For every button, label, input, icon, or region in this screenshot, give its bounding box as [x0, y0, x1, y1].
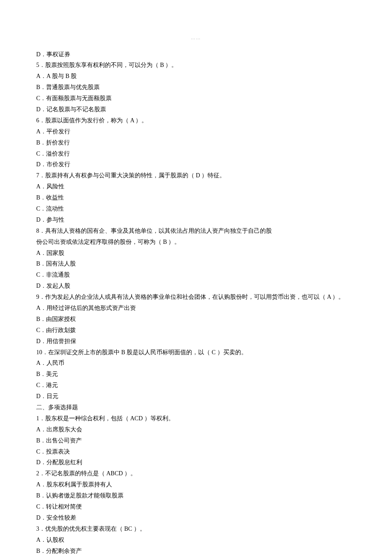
- text-line: C．投票表决: [36, 446, 356, 457]
- text-line: D．事权证券: [36, 49, 356, 60]
- text-line: D．安全性较差: [36, 512, 356, 523]
- text-line: B．出售公司资产: [36, 435, 356, 446]
- text-line: 8．具有法人资格的国有企、事业及其他单位，以其依法占用的法人资产向独立于自己的股: [36, 225, 356, 237]
- text-line: D．日元: [36, 391, 356, 402]
- text-line: A．国家股: [36, 248, 356, 259]
- text-line: D．市价发行: [36, 159, 356, 170]
- text-line: A．认股权: [36, 535, 356, 546]
- text-line: A．用经过评估后的其他形式资产出资: [36, 303, 356, 314]
- page-separator-top: ……: [36, 34, 356, 42]
- text-line: A．A 股与 B 股: [36, 71, 356, 82]
- text-line: 3．优先股的优先权主要表现在（ BC ）。: [36, 523, 356, 535]
- text-line: B．普通股票与优先股票: [36, 82, 356, 93]
- text-line: C．非流通股: [36, 269, 356, 280]
- text-line: 5．股票按照股东享有权利的不同，可以分为（ B ）。: [36, 60, 356, 71]
- text-line: C．由行政划拨: [36, 325, 356, 336]
- text-line: 7．股票持有人有权参与公司重大决策的特性，属于股票的（ D ）特征。: [36, 170, 356, 181]
- text-line: C．有面额股票与无面额股票: [36, 93, 356, 104]
- text-line: A．人民币: [36, 358, 356, 369]
- text-line: 1．股东权是一种综合权利，包括（ ACD ）等权利。: [36, 413, 356, 424]
- text-line: 10．在深圳证交所上市的股票中 B 股是以人民币标明面值的，以（ C ）买卖的。: [36, 347, 356, 358]
- text-line: D．用信誉担保: [36, 336, 356, 347]
- document-body: D．事权证券5．股票按照股东享有权利的不同，可以分为（ B ）。A．A 股与 B…: [36, 49, 356, 555]
- text-line: 9．作为发起人的企业法人或具有法人资格的事业单位和社会团体，在认购股份时，可以用…: [36, 292, 356, 303]
- text-line: B．折价发行: [36, 137, 356, 148]
- text-line: D．参与性: [36, 214, 356, 225]
- text-line: C．港元: [36, 380, 356, 391]
- text-line: A．平价发行: [36, 126, 356, 137]
- text-line: B．美元: [36, 369, 356, 380]
- text-line: B．分配剩余资产: [36, 546, 356, 555]
- text-line: 二、多项选择题: [36, 402, 356, 413]
- text-line: 2．不记名股票的特点是（ ABCD ）。: [36, 468, 356, 479]
- text-line: A．风险性: [36, 181, 356, 192]
- text-line: D．分配股息红利: [36, 457, 356, 468]
- text-line: B．由国家授权: [36, 314, 356, 325]
- text-line: C．转让相对简便: [36, 501, 356, 512]
- text-line: C．流动性: [36, 203, 356, 214]
- text-line: C．溢价发行: [36, 148, 356, 159]
- text-line: B．收益性: [36, 192, 356, 203]
- text-line: B．认购者缴足股款才能领取股票: [36, 490, 356, 501]
- text-line: B．国有法人股: [36, 258, 356, 269]
- text-line: D．发起人股: [36, 280, 356, 292]
- text-line: D．记名股票与不记名股票: [36, 104, 356, 115]
- text-line: 份公司出资或依法定程序取得的股份，可称为（ B ）。: [36, 237, 356, 248]
- text-line: A．股东权利属于股票持有人: [36, 479, 356, 490]
- text-line: 6．股票以面值作为发行价，称为（ A ）。: [36, 115, 356, 126]
- text-line: A．出席股东大会: [36, 424, 356, 435]
